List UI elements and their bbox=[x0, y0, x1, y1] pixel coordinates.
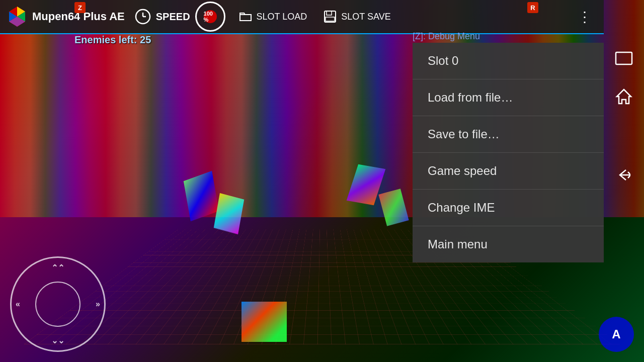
toolbar: Mupen64 Plus AE SPEED 100 % SLOT LOAD SL… bbox=[0, 0, 604, 34]
back-button[interactable] bbox=[610, 161, 638, 189]
game-object-5 bbox=[242, 302, 287, 342]
slot-load-label: SLOT LOAD bbox=[257, 12, 307, 22]
svg-rect-11 bbox=[326, 17, 335, 21]
recents-button[interactable] bbox=[610, 44, 638, 72]
menu-item-load-file[interactable]: Load from file… bbox=[413, 79, 604, 116]
app-logo-icon bbox=[6, 6, 28, 28]
home-button[interactable] bbox=[610, 82, 638, 111]
speed-circle: 100 % bbox=[195, 2, 225, 32]
arrow-up-icon: ⌃⌃ bbox=[51, 263, 64, 273]
more-button[interactable]: ⋮ bbox=[572, 7, 598, 27]
save-icon bbox=[323, 10, 337, 24]
slot-load-button[interactable]: SLOT LOAD bbox=[230, 7, 315, 27]
speed-section: SPEED 100 % bbox=[135, 2, 225, 32]
back-icon bbox=[615, 166, 633, 184]
right-nav bbox=[604, 34, 644, 362]
joystick-outer: ⌃⌃ ⌄⌄ « » bbox=[10, 256, 106, 352]
dropdown-menu: Slot 0Load from file…Save to file…Game s… bbox=[413, 43, 604, 262]
arrow-left-icon: « bbox=[16, 300, 20, 309]
clock-icon bbox=[135, 9, 151, 25]
home-icon bbox=[615, 87, 633, 106]
menu-item-change-ime[interactable]: Change IME bbox=[413, 190, 604, 226]
recents-icon bbox=[614, 50, 634, 66]
joystick[interactable]: ⌃⌃ ⌄⌄ « » bbox=[10, 256, 106, 352]
folder-icon bbox=[238, 10, 253, 24]
menu-item-save-file[interactable]: Save to file… bbox=[413, 116, 604, 153]
slot-save-label: SLOT SAVE bbox=[341, 12, 390, 22]
joystick-arrows: ⌃⌃ ⌄⌄ « » bbox=[12, 258, 104, 350]
z-badge: Z bbox=[74, 2, 86, 13]
arrow-right-icon: » bbox=[96, 300, 100, 309]
svg-rect-10 bbox=[327, 11, 332, 15]
menu-item-game-speed[interactable]: Game speed bbox=[413, 153, 604, 190]
enemies-text: Enemies left: 25 bbox=[74, 34, 151, 46]
r-badge: R bbox=[527, 2, 538, 13]
slot-save-button[interactable]: SLOT SAVE bbox=[315, 7, 398, 27]
a-button-label: A bbox=[612, 327, 620, 341]
menu-item-main-menu[interactable]: Main menu bbox=[413, 226, 604, 262]
a-button[interactable]: A bbox=[599, 317, 634, 352]
debug-menu-text: [Z]: Debug Menu bbox=[413, 31, 480, 42]
svg-rect-12 bbox=[616, 52, 632, 64]
toolbar-logo: Mupen64 Plus AE bbox=[6, 6, 125, 28]
menu-item-slot0[interactable]: Slot 0 bbox=[413, 43, 604, 79]
speed-label: SPEED bbox=[156, 11, 190, 23]
arrow-down-icon: ⌄⌄ bbox=[51, 336, 64, 345]
speed-value: 100 % bbox=[204, 10, 217, 23]
